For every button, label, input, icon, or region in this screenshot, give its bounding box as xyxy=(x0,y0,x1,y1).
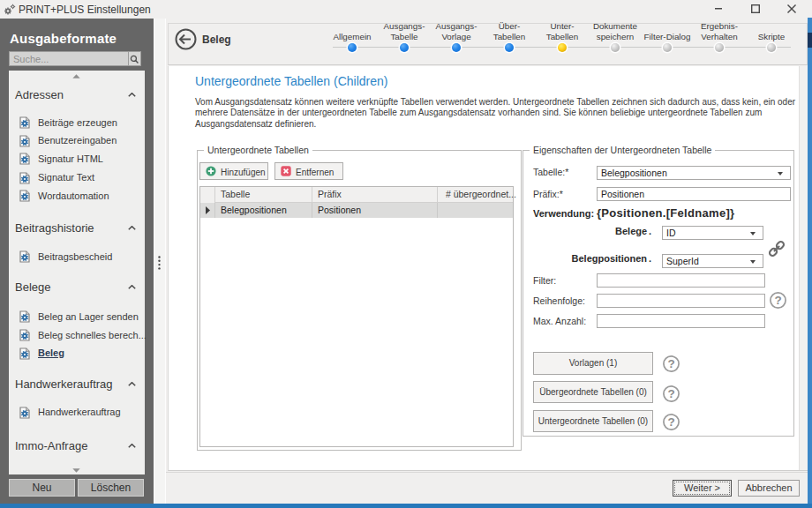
svg-text:?: ? xyxy=(667,415,674,429)
svg-text:?: ? xyxy=(667,357,674,370)
svg-text:?: ? xyxy=(667,387,674,400)
svg-text:?: ? xyxy=(774,294,781,307)
